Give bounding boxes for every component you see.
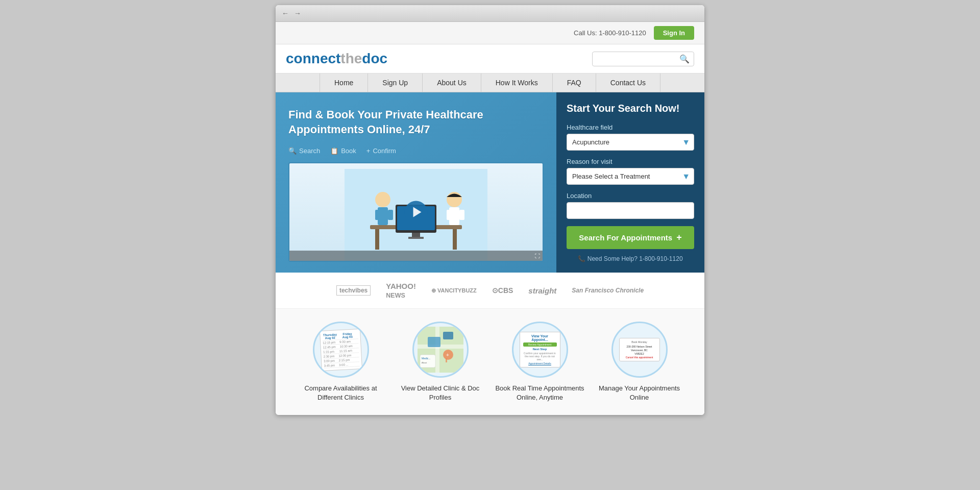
manage-mockup: Book Monday 230-280 Nelson Street Vancou… xyxy=(619,338,660,361)
appointment-mockup: View Your Appoint... Review Appointment … xyxy=(520,332,560,368)
steps-bar: 🔍 Search 📋 Book + Confirm xyxy=(288,147,544,155)
feature-manage: Book Monday 230-280 Nelson Street Vancou… xyxy=(595,322,684,402)
search-btn-plus-icon: + xyxy=(676,232,682,243)
feature-compare-title: Compare Availabilities at Different Clin… xyxy=(296,384,385,402)
search-step-label: Search xyxy=(299,147,320,155)
confirm-step-label: Confirm xyxy=(373,147,396,155)
feature-book-icon: View Your Appoint... Review Appointment … xyxy=(512,322,568,378)
step-book: 📋 Book xyxy=(330,147,356,155)
nav-home[interactable]: Home xyxy=(320,74,368,92)
logo-doc: doc xyxy=(362,51,387,66)
search-icon: 🔍 xyxy=(679,54,690,64)
nav-how-it-works[interactable]: How It Works xyxy=(481,74,553,92)
video-player[interactable]: ⛶ xyxy=(288,162,544,262)
press-bar: techvibes YAHOO!NEWS ⊕ VANCITYBUZZ ⊙CBS … xyxy=(276,273,704,309)
video-scene xyxy=(289,163,543,261)
svg-rect-7 xyxy=(408,237,424,239)
healthcare-field-select[interactable]: Acupuncture Chiropractic Dentistry Derma… xyxy=(567,134,694,151)
svg-rect-3 xyxy=(453,229,457,250)
book-step-icon: 📋 xyxy=(330,147,338,155)
feature-manage-title: Manage Your Appointments Online xyxy=(595,384,684,402)
site-logo[interactable]: connectthedoc xyxy=(286,51,387,67)
fullscreen-icon[interactable]: ⛶ xyxy=(535,253,540,259)
reason-label: Reason for visit xyxy=(567,158,694,165)
press-straight: straight xyxy=(528,286,556,295)
logo-connect: connect xyxy=(286,51,340,66)
location-group: Location xyxy=(567,192,694,219)
browser-window: ← → Call Us: 1-800-910-1120 Sign In conn… xyxy=(276,5,704,415)
reason-select[interactable]: Please Select a Treatment xyxy=(567,168,694,185)
location-input[interactable] xyxy=(567,202,694,219)
press-yahoo: YAHOO!NEWS xyxy=(386,282,416,299)
feature-profiles: + Medic... About View Detailed Clinic & … xyxy=(396,322,485,402)
healthcare-field-group: Healthcare field Acupuncture Chiropracti… xyxy=(567,124,694,151)
browser-chrome: ← → xyxy=(276,5,704,22)
feature-manage-icon: Book Monday 230-280 Nelson Street Vancou… xyxy=(611,322,668,378)
svg-rect-14 xyxy=(447,210,452,220)
nav-about[interactable]: About Us xyxy=(423,74,481,92)
map-illustration: + Medic... About xyxy=(418,327,463,373)
book-step-label: Book xyxy=(341,147,356,155)
sign-in-button[interactable]: Sign In xyxy=(654,26,694,40)
calendar-mockup: Thursday Aug 02 Friday Aug 03 12:15 pm9:… xyxy=(319,328,362,371)
feature-profiles-icon: + Medic... About xyxy=(412,322,469,378)
video-controls[interactable]: ⛶ xyxy=(289,251,543,261)
search-panel: Start Your Search Now! Healthcare field … xyxy=(556,92,704,273)
location-label: Location xyxy=(567,192,694,200)
svg-rect-23 xyxy=(446,358,447,362)
forward-button[interactable]: → xyxy=(294,9,301,17)
site-header: connectthedoc 🔍 xyxy=(276,44,704,74)
logo-the: the xyxy=(340,51,362,66)
svg-text:+: + xyxy=(446,352,449,358)
svg-rect-18 xyxy=(435,327,439,373)
svg-rect-15 xyxy=(459,210,464,220)
step-search: 🔍 Search xyxy=(288,147,320,155)
svg-rect-10 xyxy=(375,210,380,220)
search-btn-label: Search For Appointments xyxy=(579,233,672,242)
feature-compare: Thursday Aug 02 Friday Aug 03 12:15 pm9:… xyxy=(296,322,385,402)
search-appointments-button[interactable]: Search For Appointments + xyxy=(567,226,694,249)
hero-section: Find & Book Your Private Healthcare Appo… xyxy=(276,92,704,273)
help-text: 📞 Need Some Help? 1-800-910-1120 xyxy=(567,255,694,262)
svg-rect-19 xyxy=(428,337,440,347)
nav-signup[interactable]: Sign Up xyxy=(368,74,423,92)
svg-point-8 xyxy=(375,192,390,207)
svg-text:About: About xyxy=(422,361,427,364)
search-panel-title: Start Your Search Now! xyxy=(567,103,694,114)
svg-rect-6 xyxy=(412,233,420,237)
search-input[interactable] xyxy=(597,55,679,63)
features-section: Thursday Aug 02 Friday Aug 03 12:15 pm9:… xyxy=(276,309,704,415)
play-button[interactable] xyxy=(405,201,428,224)
top-bar: Call Us: 1-800-910-1120 Sign In xyxy=(276,22,704,44)
back-button[interactable]: ← xyxy=(282,9,289,17)
confirm-step-icon: + xyxy=(366,147,371,155)
header-search[interactable]: 🔍 xyxy=(592,52,694,66)
healthcare-field-label: Healthcare field xyxy=(567,124,694,131)
feature-book-title: Book Real Time Appointments Online, Anyt… xyxy=(495,384,584,402)
feature-book: View Your Appoint... Review Appointment … xyxy=(495,322,584,402)
hero-title: Find & Book Your Private Healthcare Appo… xyxy=(288,108,544,137)
nav-faq[interactable]: FAQ xyxy=(553,74,596,92)
reason-wrapper: Please Select a Treatment ▼ xyxy=(567,168,694,185)
hero-left: Find & Book Your Private Healthcare Appo… xyxy=(276,92,556,273)
main-nav: Home Sign Up About Us How It Works FAQ C… xyxy=(276,74,704,92)
feature-compare-icon: Thursday Aug 02 Friday Aug 03 12:15 pm9:… xyxy=(313,322,369,378)
press-cbs: ⊙CBS xyxy=(492,286,513,295)
svg-rect-11 xyxy=(388,210,393,220)
svg-text:Medic...: Medic... xyxy=(422,357,431,360)
svg-rect-20 xyxy=(443,332,453,339)
step-confirm: + Confirm xyxy=(366,147,396,155)
nav-contact[interactable]: Contact Us xyxy=(596,74,660,92)
press-sfchronicle: San Francisco Chronicle xyxy=(572,287,644,294)
search-step-icon: 🔍 xyxy=(288,147,297,155)
reason-group: Reason for visit Please Select a Treatme… xyxy=(567,158,694,185)
press-techvibes: techvibes xyxy=(336,285,371,296)
press-vancity: ⊕ VANCITYBUZZ xyxy=(431,287,477,294)
feature-profiles-title: View Detailed Clinic & Doc Profiles xyxy=(396,384,485,402)
call-us-text: Call Us: 1-800-910-1120 xyxy=(574,29,646,37)
healthcare-field-wrapper: Acupuncture Chiropractic Dentistry Derma… xyxy=(567,134,694,151)
svg-rect-2 xyxy=(375,229,379,250)
